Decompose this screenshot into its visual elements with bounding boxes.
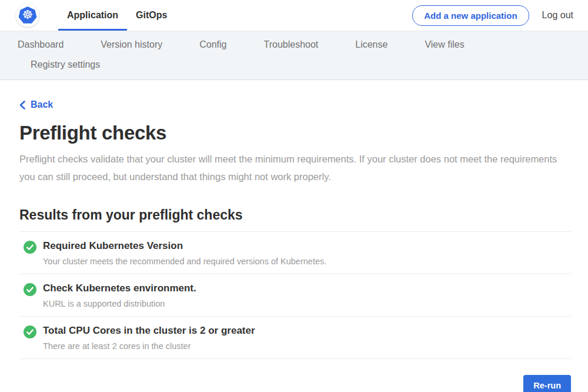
chevron-left-icon [19,101,25,109]
kubernetes-heptagon: ☸ [19,6,37,24]
preflight-check-item: Total CPU Cores in the cluster is 2 or g… [19,317,571,359]
subnav-item-registry-settings[interactable]: Registry settings [31,59,100,70]
subnav-row-2: Registry settings [0,55,588,75]
app-subnav: Dashboard Version history Config Trouble… [0,31,588,80]
check-message: There are at least 2 cores in the cluste… [43,341,255,351]
subnav-item-config[interactable]: Config [199,39,226,50]
app-root: ☸ Application GitOps Add a new applicati… [0,0,588,392]
check-message: KURL is a supported distribution [43,299,196,308]
subnav-item-dashboard[interactable]: Dashboard [18,39,64,50]
page-description: Preflight checks validate that your clus… [19,150,560,185]
main-content: Back Preflight checks Preflight checks v… [0,80,588,392]
add-application-button[interactable]: Add a new application [412,5,529,26]
subnav-item-license[interactable]: License [355,39,387,50]
subnav-item-version-history[interactable]: Version history [101,39,162,50]
page-title: Preflight checks [19,122,571,144]
preflight-check-item: Required Kubernetes Version Your cluster… [19,232,571,274]
check-text: Required Kubernetes Version Your cluster… [43,240,326,266]
success-check-icon [24,325,36,341]
helm-wheel-icon: ☸ [22,9,34,21]
check-text: Check Kubernetes environment. KURL is a … [43,283,196,308]
check-message: Your cluster meets the recommended and r… [43,257,326,266]
success-check-icon [24,283,36,298]
check-title: Required Kubernetes Version [43,240,326,252]
results-heading: Results from your preflight checks [19,207,571,232]
check-title: Total CPU Cores in the cluster is 2 or g… [43,325,255,337]
footer-actions: Re-run [19,359,571,392]
subnav-row-1: Dashboard Version history Config Trouble… [0,35,588,55]
subnav-item-view-files[interactable]: View files [425,39,464,50]
subnav-item-troubleshoot[interactable]: Troubleshoot [263,39,318,50]
preflight-check-item: Check Kubernetes environment. KURL is a … [19,274,571,317]
success-check-icon [24,241,36,256]
tab-application[interactable]: Application [58,0,127,31]
top-tab-bar: Application GitOps [58,0,176,31]
preflight-check-list: Required Kubernetes Version Your cluster… [19,232,571,359]
kubernetes-logo: ☸ [16,4,39,27]
rerun-button[interactable]: Re-run [523,375,571,392]
back-link[interactable]: Back [19,99,53,110]
check-text: Total CPU Cores in the cluster is 2 or g… [43,325,255,351]
top-header: ☸ Application GitOps Add a new applicati… [0,0,588,31]
tab-gitops[interactable]: GitOps [127,0,176,31]
header-actions: Add a new application Log out [412,0,573,31]
back-label: Back [31,99,53,110]
check-title: Check Kubernetes environment. [43,283,196,294]
logout-link[interactable]: Log out [542,10,573,21]
